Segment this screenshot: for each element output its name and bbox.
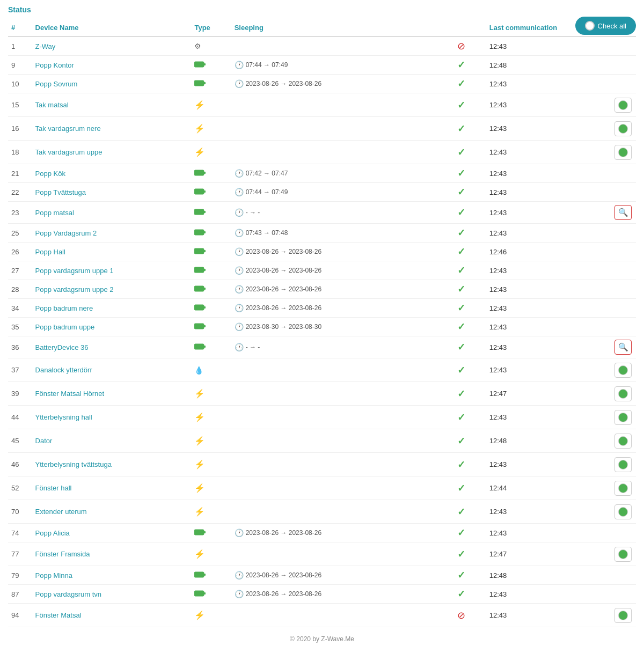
device-link[interactable]: Fönster Matsal	[35, 611, 82, 619]
device-link[interactable]: Fönster hall	[35, 484, 72, 492]
device-link[interactable]: Popp Hall	[35, 248, 65, 256]
dot-container[interactable]	[614, 457, 632, 472]
device-link[interactable]: Tak vardagsrum uppe	[35, 148, 103, 156]
check-icon: ✓	[457, 342, 465, 353]
dot-container[interactable]	[614, 98, 632, 113]
svg-rect-19	[204, 306, 206, 309]
device-link[interactable]: Tak vardagsrum nere	[35, 124, 101, 133]
cell-num: 27	[8, 261, 32, 280]
cell-name[interactable]: Fönster Matsal	[32, 604, 192, 627]
check-icon: ✓	[457, 187, 465, 197]
device-link[interactable]: Z-Way	[35, 42, 56, 50]
cell-last-comm: 12:43	[486, 604, 572, 627]
device-link[interactable]: Fönster Framsida	[35, 550, 90, 558]
battery-icon	[194, 285, 206, 294]
cell-name[interactable]: Popp Hall	[32, 243, 192, 261]
device-link[interactable]: Popp badrum nere	[35, 304, 93, 312]
dot-container[interactable]	[614, 363, 632, 378]
device-link[interactable]: Popp vardagsrum tvn	[35, 590, 102, 598]
cell-name[interactable]: Popp Sovrum	[32, 75, 192, 93]
cell-name[interactable]: Ytterbelysning tvättstuga	[32, 453, 192, 476]
cell-name[interactable]: Popp Vardagsrum 2	[32, 224, 192, 243]
dot-container[interactable]	[614, 481, 632, 496]
device-link[interactable]: Popp Sovrum	[35, 80, 78, 88]
device-link[interactable]: Ytterbelysning hall	[35, 413, 92, 421]
device-link[interactable]: Danalock ytterdörr	[35, 366, 92, 374]
page-wrapper: Status Check all # Device Name Type Slee…	[0, 0, 644, 653]
sleeping-text: 🕐 2023-08-26 → 2023-08-26	[235, 529, 451, 537]
cell-sleeping: 🕐 2023-08-26 → 2023-08-26	[231, 280, 455, 299]
cell-name[interactable]: Popp badrum uppe	[32, 318, 192, 336]
dot-container[interactable]	[614, 504, 632, 519]
cell-name[interactable]: Popp Tvättstuga	[32, 183, 192, 202]
dot-container[interactable]	[614, 434, 632, 449]
device-link[interactable]: Popp matsal	[35, 209, 74, 217]
cell-name[interactable]: Fönster Matsal Hörnet	[32, 382, 192, 406]
block-icon: ⊘	[457, 610, 465, 621]
dot-container[interactable]	[614, 386, 632, 401]
device-link[interactable]: Popp Vardagsrum 2	[35, 229, 97, 237]
device-link[interactable]: Dator	[35, 437, 53, 445]
search-button[interactable]: 🔍	[614, 340, 632, 355]
cell-action	[572, 382, 636, 406]
cell-type	[191, 280, 231, 299]
device-link[interactable]: Popp Tvättstuga	[35, 188, 86, 196]
sleeping-text: 🕐 2023-08-26 → 2023-08-26	[235, 247, 451, 256]
device-link[interactable]: BatteryDevice 36	[35, 343, 89, 351]
cell-name[interactable]: Popp vardagsrum uppe 2	[32, 280, 192, 299]
dot-container[interactable]	[614, 608, 632, 623]
svg-rect-13	[204, 250, 206, 252]
device-link[interactable]: Popp Minna	[35, 571, 72, 579]
table-row: 35Popp badrum uppe 🕐 2023-08-30 → 2023-0…	[8, 318, 636, 336]
device-link[interactable]: Fönster Matsal Hörnet	[35, 390, 105, 398]
cell-sleeping	[231, 429, 455, 453]
cell-name[interactable]: Fönster Framsida	[32, 542, 192, 566]
cell-name[interactable]: Popp vardagsrum uppe 1	[32, 261, 192, 280]
cell-action	[572, 453, 636, 476]
cell-name[interactable]: Popp Alicia	[32, 524, 192, 542]
cell-name[interactable]: BatteryDevice 36	[32, 336, 192, 358]
check-icon: ✓	[457, 570, 465, 581]
cell-name[interactable]: Popp Kök	[32, 164, 192, 183]
device-link[interactable]: Popp vardagsrum uppe 1	[35, 267, 114, 275]
device-link[interactable]: Popp Kök	[35, 170, 65, 178]
cell-name[interactable]: Tak vardagsrum nere	[32, 117, 192, 141]
dot-container[interactable]	[614, 145, 632, 160]
cell-name[interactable]: Fönster hall	[32, 476, 192, 500]
cell-status: ✓	[454, 56, 486, 75]
cell-name[interactable]: Popp badrum nere	[32, 299, 192, 318]
clock-icon: 🕐	[235, 266, 244, 275]
cell-action	[572, 358, 636, 382]
device-link[interactable]: Popp badrum uppe	[35, 323, 95, 331]
cell-name[interactable]: Tak matsal	[32, 93, 192, 117]
cell-type	[191, 164, 231, 183]
cell-num: 70	[8, 500, 32, 524]
device-link[interactable]: Popp Kontor	[35, 61, 74, 69]
status-dot	[618, 436, 628, 446]
cell-name[interactable]: Tak vardagsrum uppe	[32, 141, 192, 164]
cell-name[interactable]: Ytterbelysning hall	[32, 406, 192, 429]
table-row: 44Ytterbelysning hall⚡✓12:43	[8, 406, 636, 429]
cell-name[interactable]: Popp matsal	[32, 202, 192, 224]
cell-name[interactable]: Danalock ytterdörr	[32, 358, 192, 382]
cell-status: ✓	[454, 93, 486, 117]
search-button[interactable]: 🔍	[614, 205, 632, 220]
device-link[interactable]: Popp Alicia	[35, 529, 70, 537]
device-link[interactable]: Extender uterum	[35, 508, 87, 516]
cell-name[interactable]: Extender uterum	[32, 500, 192, 524]
cell-sleeping: 🕐 07:43 → 07:48	[231, 224, 455, 243]
cell-name[interactable]: Dator	[32, 429, 192, 453]
cell-name[interactable]: Popp vardagsrum tvn	[32, 585, 192, 604]
dot-container[interactable]	[614, 121, 632, 136]
cell-type	[191, 202, 231, 224]
dot-container[interactable]	[614, 547, 632, 562]
device-link[interactable]: Ytterbelysning tvättstuga	[35, 460, 112, 468]
dot-container[interactable]	[614, 410, 632, 425]
cell-name[interactable]: Popp Kontor	[32, 56, 192, 75]
device-link[interactable]: Tak matsal	[35, 101, 69, 109]
device-link[interactable]: Popp vardagsrum uppe 2	[35, 285, 114, 294]
cell-name[interactable]: Popp Minna	[32, 566, 192, 585]
battery-icon	[194, 304, 206, 312]
cell-name[interactable]: Z-Way	[32, 36, 192, 56]
check-all-button[interactable]: Check all	[575, 17, 636, 35]
